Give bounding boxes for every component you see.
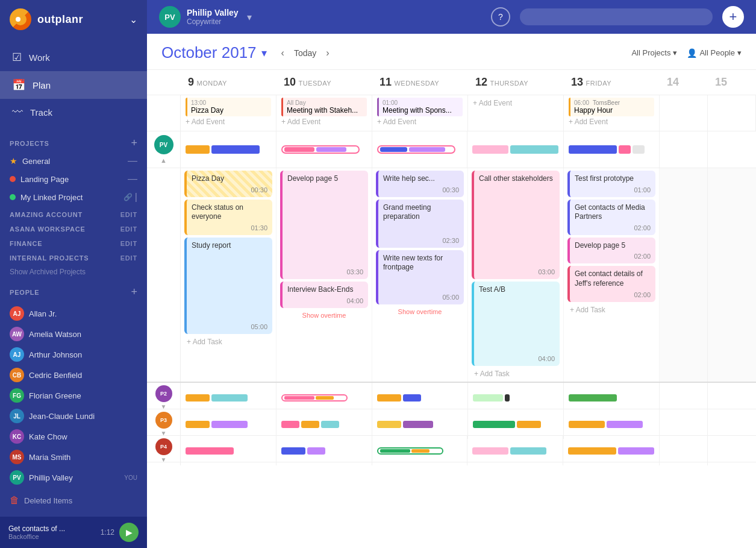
project-landing-page[interactable]: Landing Page — — [0, 170, 147, 188]
task-get-contacts-media[interactable]: Get contacts of Media Partners 02:00 — [567, 200, 655, 235]
user-details: Phillip Valley Copywriter — [187, 8, 239, 26]
show-overtime-tuesday[interactable]: Show overtime — [280, 310, 368, 320]
plan-icon: 📅 — [12, 78, 25, 92]
workspace-asana[interactable]: ASANA WORKSPACE Edit — [0, 221, 147, 235]
add-event-wednesday[interactable]: + Add Event — [377, 116, 463, 127]
nav-item-plan[interactable]: 📅 Plan — [0, 71, 147, 99]
task-develop-page5[interactable]: Develop page 5 03:30 — [280, 171, 368, 279]
tasks-spacer-1 — [147, 168, 181, 382]
bar-inner — [316, 396, 334, 400]
task-time-develop5b: 02:00 — [575, 253, 651, 260]
task-call-stakeholders[interactable]: Call other stakeholders 03:00 — [472, 171, 560, 279]
event-meeting-spons[interactable]: 01:00 Meeting with Spons... — [377, 98, 463, 116]
progress-row-1: PV ▲ — [147, 131, 756, 168]
logo-icon — [10, 8, 31, 30]
project-collapse-general[interactable]: — — [128, 156, 137, 166]
task-cell-monday-1: Pizza Day 00:30 Check status on everyone… — [181, 168, 276, 382]
workspace-finance[interactable]: FINANCE Edit — [0, 235, 147, 250]
bar-seg — [403, 394, 421, 402]
person-item-maria[interactable]: MS Maria Smith — [0, 447, 147, 467]
bar-seg — [505, 394, 510, 402]
show-overtime-wednesday[interactable]: Show overtime — [376, 307, 464, 317]
add-event-friday[interactable]: + Add Event — [569, 116, 654, 127]
task-interview[interactable]: Interview Back-Ends 04:00 — [280, 282, 368, 308]
play-button[interactable]: ▶ — [119, 523, 139, 542]
event-happy-hour[interactable]: 06:00 TomsBeer Happy Hour — [569, 98, 654, 116]
bar-seg — [569, 394, 617, 402]
show-archived-link[interactable]: Show Archived Projects — [0, 264, 147, 280]
add-event-thursday[interactable]: + Add Event — [473, 98, 558, 109]
person-item-allan[interactable]: AJ Allan Jr. — [0, 303, 147, 324]
progress-thursday-1 — [467, 131, 564, 168]
sidebar-dropdown-button[interactable]: ⌄ — [130, 14, 137, 25]
help-button[interactable]: ? — [491, 7, 510, 27]
workspace-edit-asana[interactable]: Edit — [120, 225, 137, 233]
task-write-texts[interactable]: Write new texts for frontpage 05:00 — [376, 250, 464, 304]
person-item-florian[interactable]: FG Florian Greene — [0, 385, 147, 406]
expand-phillip[interactable]: ▲ — [160, 157, 167, 164]
workspace-internal[interactable]: INTERNAL PROJECTS Edit — [0, 250, 147, 264]
person-item-cedric[interactable]: CB Cedric Benfield — [0, 365, 147, 385]
today-button[interactable]: Today — [287, 46, 323, 60]
user-info[interactable]: PV Phillip Valley Copywriter ▾ — [159, 6, 252, 28]
task-write-help[interactable]: Write help sec... 00:30 — [376, 171, 464, 197]
add-project-button[interactable]: + — [131, 137, 137, 150]
p4-progress-thursday — [467, 436, 563, 465]
task-title-contacts-media: Get contacts of Media Partners — [575, 203, 651, 222]
task-check-status[interactable]: Check status on everyone 01:30 — [184, 200, 272, 235]
workspace-edit-finance[interactable]: Edit — [120, 240, 137, 247]
add-event-monday[interactable]: + Add Event — [186, 116, 271, 127]
task-get-contacts-jeff[interactable]: Get contact details of Jeff's reference … — [567, 266, 655, 301]
user-dropdown-icon[interactable]: ▾ — [247, 11, 252, 23]
now-playing-subtitle: Backoffice — [8, 533, 96, 540]
deleted-items-link[interactable]: 🗑 Deleted Items — [0, 490, 147, 511]
task-pizza[interactable]: Pizza Day 00:30 — [184, 171, 272, 197]
task-study-report[interactable]: Study report 05:00 — [184, 238, 272, 334]
all-projects-filter[interactable]: All Projects ▾ — [631, 48, 677, 57]
task-develop-page5b[interactable]: Develop page 5 02:00 — [567, 238, 655, 264]
person-item-phillip[interactable]: PV Phillip Valley YOU — [0, 467, 147, 488]
task-time-grand: 02:30 — [383, 237, 459, 244]
add-task-thursday[interactable]: + Add Task — [472, 368, 560, 379]
bar-seg — [510, 447, 546, 455]
prev-button[interactable]: ‹ — [281, 48, 284, 58]
nav-item-track[interactable]: 〰 Track — [0, 99, 147, 126]
next-button[interactable]: › — [326, 48, 329, 58]
person-item-arthur[interactable]: AJ Arthur Johnson — [0, 344, 147, 365]
task-grand-meeting[interactable]: Grand meeting preparation 02:30 — [376, 200, 464, 248]
workspace-edit-amazing[interactable]: Edit — [120, 211, 137, 218]
project-linked[interactable]: My Linked Project 🔗 | — [0, 188, 147, 206]
workspace-edit-internal[interactable]: Edit — [120, 254, 137, 262]
person-item-amelia[interactable]: AW Amelia Watson — [0, 324, 147, 344]
event-title-spons: Meeting with Spons... — [383, 106, 459, 115]
p2-progress-wednesday — [372, 383, 468, 412]
task-title-help: Write help sec... — [383, 174, 459, 184]
add-person-button[interactable]: + — [131, 286, 137, 298]
search-input[interactable] — [520, 8, 713, 25]
project-general[interactable]: ★ General — — [0, 152, 147, 170]
event-meeting-stakeh[interactable]: All Day Meeting with Stakeh... — [281, 98, 367, 116]
add-event-tuesday[interactable]: + Add Event — [281, 116, 367, 127]
project-collapse-linked[interactable]: | — [135, 192, 137, 203]
logo-area: outplanr ⌄ — [0, 0, 147, 39]
add-task-friday[interactable]: + Add Task — [567, 304, 655, 315]
expand-person4[interactable]: ▼ — [161, 456, 167, 463]
event-pizza[interactable]: 13:00 Pizza Day — [186, 98, 271, 116]
bar-seg — [186, 394, 210, 402]
add-top-button[interactable]: + — [722, 6, 744, 28]
person-name-amelia: Amelia Watson — [29, 330, 81, 339]
person-item-jean[interactable]: JL Jean-Claude Lundi — [0, 406, 147, 426]
task-test-ab[interactable]: Test A/B 04:00 — [472, 282, 560, 366]
add-task-monday[interactable]: + Add Task — [184, 336, 272, 347]
nav-item-work[interactable]: ☑ Work — [0, 43, 147, 71]
task-test-prototype[interactable]: Test first prototype 01:00 — [567, 171, 655, 197]
task-time-stakeholders: 03:00 — [479, 268, 555, 276]
month-dropdown-button[interactable]: ▾ — [261, 46, 267, 60]
filters: All Projects ▾ 👤 All People ▾ — [631, 48, 742, 58]
all-people-filter[interactable]: 👤 All People ▾ — [687, 48, 742, 58]
project-collapse-landing[interactable]: — — [128, 174, 137, 184]
workspace-amazing[interactable]: AMAZING ACCOUNT Edit — [0, 206, 147, 221]
day-name-13: FRIDAY — [586, 80, 611, 87]
progress-sun-1 — [708, 131, 756, 168]
person-item-kate[interactable]: KC Kate Chow — [0, 426, 147, 447]
